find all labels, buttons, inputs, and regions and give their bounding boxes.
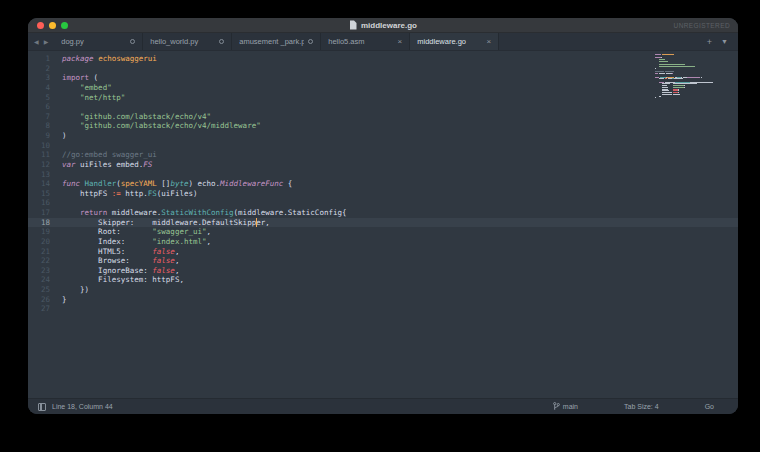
zoom-window-button[interactable] [61, 22, 68, 29]
tab-hello5-asm[interactable]: hello5.asm× [321, 33, 410, 50]
code-line[interactable]: 7 "github.com/labstack/echo/v4" [28, 112, 738, 122]
dirty-indicator-icon[interactable] [308, 39, 313, 44]
line-number: 18 [28, 218, 62, 228]
code-line[interactable]: 1package echoswaggerui [28, 54, 738, 64]
code-area[interactable]: 1package echoswaggerui23import (4 "embed… [28, 51, 738, 398]
tab-overflow-icon[interactable]: ▼ [721, 38, 728, 45]
pane-icon[interactable] [38, 403, 46, 411]
close-tab-icon[interactable]: × [487, 38, 492, 46]
tab-label: hello5.asm [328, 37, 393, 46]
code-lines: 1package echoswaggerui23import (4 "embed… [28, 54, 738, 314]
traffic-lights [28, 22, 68, 29]
code-line[interactable]: 14func Handler(specYAML []byte) echo.Mid… [28, 179, 738, 189]
tab-label: middleware.go [417, 37, 482, 46]
code-line[interactable]: 19 Root: "swagger_ui", [28, 227, 738, 237]
tab-dog-py[interactable]: dog.py [54, 33, 143, 50]
dirty-indicator-icon[interactable] [130, 39, 135, 44]
line-number: 8 [28, 121, 62, 131]
line-number: 26 [28, 295, 62, 305]
minimap[interactable] [655, 54, 738, 101]
code-line[interactable]: 3import ( [28, 73, 738, 83]
line-number: 7 [28, 112, 62, 122]
close-tab-icon[interactable]: × [398, 38, 403, 46]
line-number: 21 [28, 247, 62, 257]
tab-label: amusement _park.py [239, 37, 304, 46]
code-line[interactable]: 10 [28, 141, 738, 151]
line-number: 16 [28, 198, 62, 208]
line-number: 13 [28, 170, 62, 180]
window-title-group: middleware.go [28, 18, 738, 32]
line-number: 19 [28, 227, 62, 237]
close-window-button[interactable] [37, 22, 44, 29]
git-branch-name: main [563, 403, 578, 410]
code-line[interactable]: 2 [28, 64, 738, 74]
code-line[interactable]: 8 "github.com/labstack/echo/v4/middlewar… [28, 121, 738, 131]
code-line[interactable]: 27 [28, 304, 738, 314]
code-line[interactable]: 26} [28, 295, 738, 305]
dirty-indicator-icon[interactable] [219, 39, 224, 44]
minimize-window-button[interactable] [49, 22, 56, 29]
tab-strip: dog.pyhello_world.pyamusement _park.pyhe… [54, 33, 499, 50]
code-line[interactable]: 11//go:embed swagger_ui [28, 150, 738, 160]
code-line[interactable]: 13 [28, 170, 738, 180]
line-number: 14 [28, 179, 62, 189]
tab-amusement-park-py[interactable]: amusement _park.py [232, 33, 321, 50]
line-number: 27 [28, 304, 62, 314]
tab-size-indicator[interactable]: Tab Size: 4 [624, 403, 659, 410]
line-number: 2 [28, 64, 62, 74]
license-status: UNREGISTERED [674, 18, 730, 32]
status-bar: Line 18, Column 44 main Tab Size: 4 Go [28, 398, 738, 414]
line-number: 3 [28, 73, 62, 83]
code-line[interactable]: 20 Index: "index.html", [28, 237, 738, 247]
code-line[interactable]: 9) [28, 131, 738, 141]
cursor-position[interactable]: Line 18, Column 44 [52, 403, 113, 410]
code-line[interactable]: 25 }) [28, 285, 738, 295]
code-line[interactable]: 24 Filesystem: httpFS, [28, 275, 738, 285]
line-number: 25 [28, 285, 62, 295]
line-number: 4 [28, 83, 62, 93]
code-line[interactable]: 22 Browse: false, [28, 256, 738, 266]
tab-label: hello_world.py [150, 37, 215, 46]
editor-window: middleware.go UNREGISTERED ◀ ▶ dog.pyhel… [28, 18, 738, 414]
tab-nav: ◀ ▶ [28, 33, 54, 50]
line-number: 15 [28, 189, 62, 199]
line-number: 17 [28, 208, 62, 218]
code-line[interactable]: 21 HTML5: false, [28, 247, 738, 257]
line-number: 6 [28, 102, 62, 112]
tab-label: dog.py [61, 37, 126, 46]
line-number: 20 [28, 237, 62, 247]
tab-middleware-go[interactable]: middleware.go× [410, 33, 499, 50]
code-line[interactable]: 15 httpFS := http.FS(uiFiles) [28, 189, 738, 199]
line-number: 24 [28, 275, 62, 285]
line-number: 11 [28, 150, 62, 160]
line-number: 9 [28, 131, 62, 141]
text-cursor [256, 218, 257, 227]
code-line[interactable]: 16 [28, 198, 738, 208]
git-branch-icon [553, 402, 560, 411]
code-line[interactable]: 17 return middleware.StaticWithConfig(mi… [28, 208, 738, 218]
line-number: 5 [28, 93, 62, 103]
language-mode[interactable]: Go [705, 403, 714, 410]
code-line[interactable]: 18 Skipper: middleware.DefaultSkipper, [28, 218, 738, 228]
line-number: 10 [28, 141, 62, 151]
code-line[interactable]: 12var uiFiles embed.FS [28, 160, 738, 170]
document-icon [349, 20, 357, 30]
tab-hello-world-py[interactable]: hello_world.py [143, 33, 232, 50]
tab-actions: + ▼ [707, 33, 738, 50]
tab-back-icon[interactable]: ◀ [34, 38, 39, 45]
status-right: main Tab Size: 4 Go [553, 402, 728, 411]
code-line[interactable]: 4 "embed" [28, 83, 738, 93]
tab-forward-icon[interactable]: ▶ [44, 38, 49, 45]
git-branch[interactable]: main [553, 402, 578, 411]
code-line[interactable]: 23 IgnoreBase: false, [28, 266, 738, 276]
code-line[interactable]: 5 "net/http" [28, 93, 738, 103]
line-number: 23 [28, 266, 62, 276]
line-number: 22 [28, 256, 62, 266]
new-tab-icon[interactable]: + [707, 37, 712, 47]
line-number: 1 [28, 54, 62, 64]
tab-bar: ◀ ▶ dog.pyhello_world.pyamusement _park.… [28, 33, 738, 51]
code-line[interactable]: 6 [28, 102, 738, 112]
title-bar: middleware.go UNREGISTERED [28, 18, 738, 33]
status-left: Line 18, Column 44 [38, 403, 113, 411]
line-number: 12 [28, 160, 62, 170]
